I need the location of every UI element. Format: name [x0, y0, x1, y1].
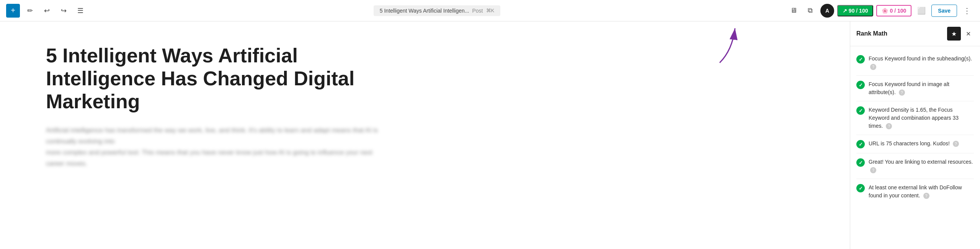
save-button[interactable]: Save: [931, 5, 957, 17]
sidebar-header: Rank Math ★ ✕: [850, 21, 980, 46]
divider: [856, 153, 974, 153]
seo-score-green-button[interactable]: ↗ 90 / 100: [837, 5, 874, 16]
toolbar-right: 🖥 ⧉ A ↗ 90 / 100 🌸 0 / 100 ⬜ Save ⋮: [787, 4, 974, 18]
toolbar: + ✏ ↩ ↪ ☰ 5 Intelligent Ways Artificial …: [0, 0, 980, 21]
seo-score-pink-label: 0 / 100: [890, 8, 906, 14]
list-item: Focus Keyword found in image alt attribu…: [850, 76, 980, 100]
seo-score-pink-icon: 🌸: [882, 8, 888, 14]
divider: [856, 179, 974, 179]
post-type-label: Post: [472, 8, 483, 14]
undo-button[interactable]: ↩: [40, 4, 54, 18]
external-link-icon: ⧉: [808, 7, 813, 15]
more-options-button[interactable]: ⋮: [960, 4, 974, 18]
list-item: Great! You are linking to external resou…: [850, 154, 980, 178]
help-icon-url[interactable]: ?: [953, 141, 959, 147]
list-item: Focus Keyword found in the subheading(s)…: [850, 51, 980, 75]
add-block-button[interactable]: +: [6, 4, 20, 18]
check-icon-subheading: [856, 55, 865, 63]
list-item: URL is 75 characters long. Kudos! ?: [850, 136, 980, 152]
user-avatar[interactable]: A: [820, 4, 834, 18]
post-title-bar[interactable]: 5 Intelligent Ways Artificial Intelligen…: [374, 5, 500, 16]
divider: [856, 135, 974, 135]
sidebar-items-list: Focus Keyword found in the subheading(s)…: [850, 46, 980, 208]
star-icon: ★: [951, 30, 957, 37]
sidebar-toggle-button[interactable]: ⬜: [915, 4, 928, 18]
redo-button[interactable]: ↪: [57, 4, 70, 18]
post-body-text: Artificial intelligence has transformed …: [46, 125, 390, 169]
item-text-density: Keyword Density is 1.65, the Focus Keywo…: [869, 106, 974, 130]
plus-icon: +: [11, 6, 15, 15]
dots-icon: ⋮: [963, 6, 971, 15]
help-icon-subheading[interactable]: ?: [870, 64, 876, 70]
pencil-icon: ✏: [27, 7, 33, 15]
close-icon: ✕: [966, 30, 971, 37]
sidebar-title: Rank Math: [856, 30, 887, 37]
check-icon-external: [856, 158, 865, 167]
toolbar-center: 5 Intelligent Ways Artificial Intelligen…: [90, 5, 784, 16]
divider: [856, 75, 974, 76]
list-view-button[interactable]: ☰: [74, 4, 87, 18]
help-icon-density[interactable]: ?: [886, 123, 892, 129]
arrow-overlay: [697, 24, 743, 68]
main-layout: 5 Intelligent Ways Artificial Intelligen…: [0, 21, 980, 249]
edit-mode-button[interactable]: ✏: [23, 4, 37, 18]
keyboard-shortcut: ⌘K: [486, 8, 495, 13]
seo-score-green-label: ↗ 90 / 100: [843, 8, 868, 14]
external-link-button[interactable]: ⧉: [804, 4, 817, 18]
toolbar-left: + ✏ ↩ ↪ ☰: [6, 4, 87, 18]
arrow-graphic: [697, 24, 743, 67]
sidebar-header-icons: ★ ✕: [947, 27, 974, 41]
check-icon-image-alt: [856, 81, 865, 89]
item-text-image-alt: Focus Keyword found in image alt attribu…: [869, 80, 974, 96]
preview-button[interactable]: 🖥: [787, 4, 800, 18]
sidebar-icon: ⬜: [917, 7, 926, 15]
post-heading: 5 Intelligent Ways Artificial Intelligen…: [46, 44, 390, 113]
save-label: Save: [938, 8, 951, 14]
list-item: Keyword Density is 1.65, the Focus Keywo…: [850, 102, 980, 134]
post-title-text: 5 Intelligent Ways Artificial Intelligen…: [380, 8, 469, 14]
rank-math-sidebar: Rank Math ★ ✕ Focus Keyword found in the…: [850, 21, 980, 249]
item-text-subheading: Focus Keyword found in the subheading(s)…: [869, 55, 974, 71]
star-button[interactable]: ★: [947, 27, 961, 41]
item-text-url: URL is 75 characters long. Kudos! ?: [869, 140, 974, 148]
divider: [856, 101, 974, 101]
list-icon: ☰: [77, 7, 83, 15]
help-icon-dofollow[interactable]: ?: [923, 193, 929, 199]
editor-area[interactable]: 5 Intelligent Ways Artificial Intelligen…: [0, 21, 850, 249]
redo-icon: ↪: [61, 7, 67, 15]
seo-score-pink-button[interactable]: 🌸 0 / 100: [876, 5, 911, 16]
help-icon-image-alt[interactable]: ?: [899, 90, 905, 96]
item-text-external: Great! You are linking to external resou…: [869, 158, 974, 174]
check-icon-dofollow: [856, 184, 865, 192]
body-line-1: Artificial intelligence has transformed …: [46, 127, 378, 145]
list-item: At least one external link with DoFollow…: [850, 180, 980, 203]
avatar-letter: A: [825, 8, 829, 14]
item-text-dofollow: At least one external link with DoFollow…: [869, 184, 974, 200]
body-line-2: more complex and powerful tool. This mea…: [46, 149, 372, 167]
monitor-icon: 🖥: [790, 7, 797, 15]
undo-icon: ↩: [44, 7, 50, 15]
close-sidebar-button[interactable]: ✕: [962, 28, 974, 39]
check-icon-density: [856, 106, 865, 115]
help-icon-external[interactable]: ?: [870, 167, 876, 173]
check-icon-url: [856, 140, 865, 148]
